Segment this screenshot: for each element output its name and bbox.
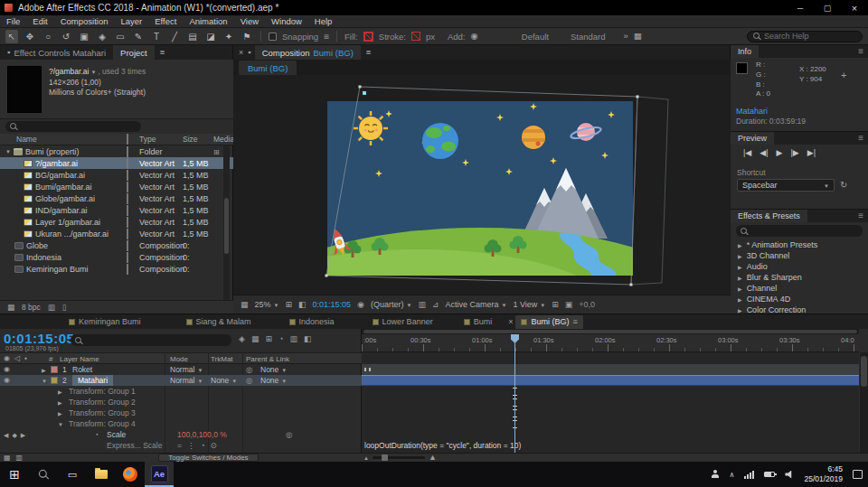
network-icon[interactable]	[744, 471, 754, 479]
type-tool-icon[interactable]: T	[150, 30, 163, 43]
clone-stamp-tool-icon[interactable]: ▤	[186, 30, 199, 43]
selection-tool-icon[interactable]: ↖	[5, 30, 18, 43]
expander-icon[interactable]	[58, 398, 62, 407]
exposure-value[interactable]: +0,0	[579, 300, 595, 309]
expander-icon[interactable]	[738, 241, 742, 249]
column-name[interactable]: Name	[0, 135, 127, 144]
close-button-icon[interactable]: ×	[841, 0, 868, 15]
layer-row-matahari[interactable]: 2 Matahari Normal None None	[0, 375, 362, 386]
scale-property-row[interactable]: ◀◆▶ Scale 100,0,100,0 %	[0, 429, 362, 440]
label-swatch[interactable]	[127, 193, 128, 204]
current-timecode[interactable]: 0:01:15:05	[4, 331, 74, 346]
project-row-folder[interactable]: Bumi (properti) Folder ⊞	[0, 145, 233, 157]
panel-menu-icon[interactable]	[366, 48, 372, 57]
label-swatch[interactable]	[127, 240, 128, 251]
next-frame-icon[interactable]: |▶	[790, 148, 798, 157]
snapshot-icon[interactable]	[357, 301, 364, 309]
task-view-button[interactable]: ▭	[58, 462, 87, 487]
project-search-box[interactable]	[5, 121, 141, 132]
expand-layers-icon[interactable]	[4, 454, 11, 462]
menu-edit[interactable]: Edit	[26, 15, 53, 27]
interpret-footage-icon[interactable]	[7, 304, 14, 312]
expander-icon[interactable]	[42, 377, 47, 385]
column-media[interactable]: Media	[213, 135, 233, 144]
viewer-tab-bumi-bg[interactable]: Bumi (BG)	[239, 61, 297, 75]
workspace-grid-icon[interactable]	[634, 32, 642, 41]
transparency-grid-icon[interactable]	[432, 301, 439, 309]
stopwatch-icon[interactable]	[94, 431, 99, 439]
reset-icon[interactable]: ↻	[840, 181, 847, 190]
toggle-switches-modes-button[interactable]: Toggle Switches / Modes	[158, 454, 259, 462]
start-button[interactable]	[0, 462, 29, 487]
expander-icon[interactable]	[738, 295, 742, 304]
pickwhip-icon[interactable]	[286, 431, 292, 439]
shortcut-dropdown[interactable]: Spacebar	[737, 179, 835, 192]
workspace-standard-button[interactable]: Standard	[571, 32, 606, 42]
timeline-tab-bumi[interactable]: Bumi	[458, 315, 498, 329]
draft-3d-icon[interactable]	[251, 334, 259, 343]
eye-icon[interactable]	[4, 377, 10, 384]
stroke-width-value[interactable]: px	[426, 32, 435, 42]
pan-behind-tool-icon[interactable]: ◈	[96, 30, 108, 43]
pickwhip-icon[interactable]	[246, 366, 252, 374]
parent-dropdown[interactable]: None	[260, 375, 287, 386]
speaker-icon[interactable]	[785, 471, 794, 479]
tab-preview[interactable]: Preview	[731, 132, 774, 145]
timeline-tab-kemiringan-bumi[interactable]: Kemiringan Bumi	[63, 315, 146, 329]
project-row-footage[interactable]: BG/gambar.ai Vector Art 1,5 MB	[0, 169, 233, 181]
search-help-input[interactable]	[764, 32, 845, 41]
panel-menu-icon[interactable]	[858, 134, 863, 143]
effects-search-box[interactable]	[736, 225, 863, 237]
previous-frame-icon[interactable]: ◀|	[760, 148, 768, 157]
expander-icon[interactable]	[5, 147, 11, 155]
snapping-checkbox[interactable]	[269, 33, 277, 41]
menu-layer[interactable]: Layer	[115, 15, 149, 27]
parent-dropdown[interactable]: None	[260, 364, 287, 375]
expression-language-icon[interactable]	[211, 442, 217, 450]
panel-menu-icon[interactable]	[572, 318, 577, 326]
effects-category[interactable]: * Animation Presets	[731, 239, 868, 250]
grid-guides-icon[interactable]	[285, 301, 292, 309]
label-swatch[interactable]	[127, 264, 128, 275]
effects-search-input[interactable]	[751, 227, 851, 236]
stroke-label[interactable]: Stroke:	[379, 32, 406, 42]
project-row-footage[interactable]: ?/gambar.ai Vector Art 1,5 MB	[0, 157, 233, 169]
navigator-thumb[interactable]	[363, 330, 857, 333]
motion-blur-icon[interactable]	[289, 334, 297, 343]
menu-view[interactable]: View	[234, 15, 265, 27]
snapping-options-icon[interactable]: ⊞	[324, 33, 329, 40]
puppet-pin-tool-icon[interactable]: ⚑	[241, 30, 253, 43]
layer-bar-roket[interactable]	[362, 364, 859, 375]
expander-icon[interactable]	[58, 409, 62, 417]
menu-effect[interactable]: Effect	[148, 15, 183, 27]
effects-category[interactable]: Blur & Sharpen	[731, 272, 868, 283]
hide-shy-layers-icon[interactable]	[265, 334, 272, 343]
add-shape-icon[interactable]	[471, 32, 478, 41]
expression-graph-icon[interactable]	[187, 442, 195, 450]
effects-category[interactable]: Channel	[731, 283, 868, 294]
rotation-tool-icon[interactable]: ↺	[60, 30, 72, 43]
people-icon[interactable]	[711, 470, 720, 479]
transform-group-row[interactable]: Transform: Group 4	[0, 418, 362, 429]
timeline-search-input[interactable]	[86, 336, 212, 345]
pixel-aspect-icon[interactable]	[552, 301, 559, 309]
fill-swatch[interactable]	[363, 32, 373, 42]
label-swatch[interactable]	[51, 366, 58, 373]
eye-icon[interactable]	[4, 366, 10, 373]
time-ruler[interactable]: :00s 00:30s 01:00s 01:30s 02:00s 02:30s …	[362, 334, 859, 352]
timeline-search-box[interactable]	[71, 334, 231, 346]
effects-category[interactable]: Audio	[731, 261, 868, 272]
scrollbar-thumb[interactable]	[224, 198, 229, 254]
magnification-dropdown[interactable]: 25%	[255, 300, 279, 309]
playhead-line[interactable]	[514, 334, 515, 453]
maximize-button-icon[interactable]: ▢	[814, 0, 841, 15]
expander-icon[interactable]	[738, 285, 742, 293]
taskbar-search-button[interactable]	[29, 462, 58, 487]
keyframe-add-icon[interactable]: ◆	[12, 432, 16, 438]
camera-tool-icon[interactable]: ▣	[78, 30, 90, 43]
project-bit-depth[interactable]: 8 bpc	[22, 303, 41, 312]
scale-value[interactable]: 100,0,100,0 %	[177, 429, 227, 440]
expander-icon[interactable]	[738, 263, 742, 271]
label-swatch[interactable]	[127, 146, 128, 157]
timeline-tab-lower-banner[interactable]: Lower Banner	[367, 315, 439, 329]
